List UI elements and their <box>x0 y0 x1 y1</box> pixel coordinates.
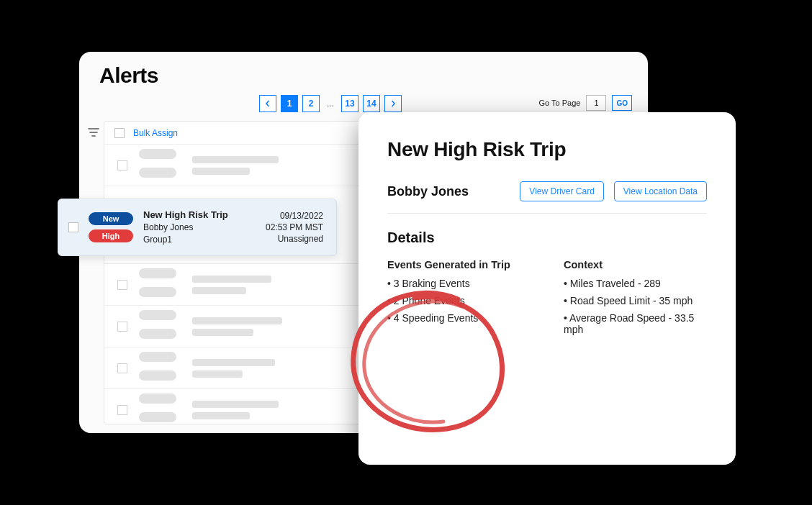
alert-group: Group1 <box>143 234 266 245</box>
page-13-button[interactable]: 13 <box>341 95 358 112</box>
page-ellipsis: ... <box>324 99 337 109</box>
page-2-button[interactable]: 2 <box>302 95 320 112</box>
context-item: Average Road Speed - 33.5 mph <box>564 312 707 335</box>
alert-title: New High Risk Trip <box>143 209 266 220</box>
alert-card-selected[interactable]: New High New High Risk Trip Bobby Jones … <box>58 199 337 256</box>
details-grid: Events Generated in Trip 3 Braking Event… <box>387 259 707 341</box>
row-checkbox[interactable] <box>117 405 127 415</box>
go-to-page-label: Go To Page <box>539 99 581 107</box>
event-item: 3 Braking Events <box>387 278 531 289</box>
events-column: Events Generated in Trip 3 Braking Event… <box>387 259 531 341</box>
page-next-button[interactable] <box>384 95 402 112</box>
go-to-page-input[interactable] <box>586 95 606 111</box>
badge-high: High <box>89 229 133 242</box>
details-heading: Details <box>387 229 707 246</box>
view-location-data-button[interactable]: View Location Data <box>614 181 707 201</box>
view-driver-card-button[interactable]: View Driver Card <box>520 181 603 201</box>
events-heading: Events Generated in Trip <box>387 259 531 270</box>
context-item: Road Speed Limit - 35 mph <box>564 295 707 306</box>
context-item: Miles Traveled - 289 <box>564 278 707 289</box>
alert-time: 02:53 PM MST <box>266 222 323 233</box>
select-all-checkbox[interactable] <box>114 128 125 138</box>
row-checkbox[interactable] <box>117 322 127 332</box>
event-item: 4 Speeding Events <box>387 312 531 324</box>
alert-date: 09/13/2022 <box>266 210 323 222</box>
alert-detail-panel: New High Risk Trip Bobby Jones View Driv… <box>358 112 736 465</box>
page-1-button[interactable]: 1 <box>281 95 298 112</box>
event-item: 2 Phone Events <box>387 295 531 306</box>
detail-title: New High Risk Trip <box>387 138 707 161</box>
page-title: Alerts <box>99 63 158 88</box>
alert-checkbox[interactable] <box>68 222 78 232</box>
alert-summary: New High Risk Trip Bobby Jones Group1 <box>143 209 266 245</box>
row-checkbox[interactable] <box>117 280 127 290</box>
context-heading: Context <box>564 259 707 270</box>
driver-name: Bobby Jones <box>387 184 510 199</box>
badge-new: New <box>89 212 133 225</box>
page-prev-button[interactable] <box>259 95 276 112</box>
alert-driver: Bobby Jones <box>143 222 266 233</box>
filter-icon[interactable] <box>88 127 99 138</box>
chevron-left-icon <box>264 100 271 107</box>
row-checkbox[interactable] <box>117 160 127 170</box>
chevron-right-icon <box>389 100 397 107</box>
divider <box>387 213 707 214</box>
driver-row: Bobby Jones View Driver Card View Locati… <box>387 181 707 201</box>
go-to-page: Go To Page GO <box>539 95 632 111</box>
alert-badges: New High <box>89 212 133 242</box>
context-column: Context Miles Traveled - 289 Road Speed … <box>564 259 707 341</box>
page-14-button[interactable]: 14 <box>363 95 380 112</box>
row-checkbox[interactable] <box>117 363 127 373</box>
pagination: 1 2 ... 13 14 <box>259 95 402 112</box>
alert-assignment: Unassigned <box>266 233 323 245</box>
alert-meta: 09/13/2022 02:53 PM MST Unassigned <box>266 210 323 245</box>
go-button[interactable]: GO <box>612 95 632 111</box>
